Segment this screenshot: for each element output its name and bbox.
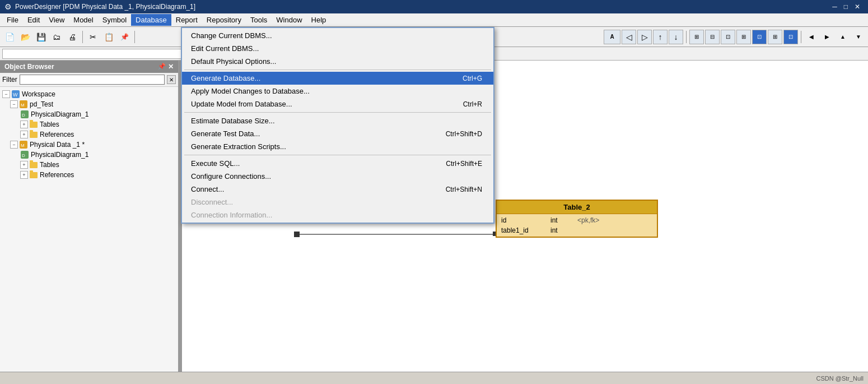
toolbar-paste[interactable]: 📌 — [117, 30, 132, 44]
menu-window[interactable]: Window — [272, 14, 306, 26]
pd-test-expand[interactable]: − — [10, 100, 18, 108]
toolbar-tbl1[interactable]: ⊞ — [689, 30, 704, 44]
menu-item-connection-info: Connection Information... — [182, 209, 493, 221]
toolbar-copy[interactable]: 📋 — [101, 30, 116, 44]
menu-model[interactable]: Model — [69, 14, 97, 26]
menu-item-configure-connections[interactable]: Configure Connections... — [182, 170, 493, 183]
sidebar-pin[interactable]: 📌 — [158, 63, 166, 71]
tree-item-pd-test[interactable]: − M pd_Test — [0, 99, 178, 109]
toolbar-r4[interactable]: ↑ — [653, 30, 668, 44]
toolbar-r3[interactable]: ▷ — [637, 30, 652, 44]
sidebar-close-icon[interactable]: ✕ — [168, 63, 174, 71]
toolbar-r1[interactable]: A — [604, 30, 620, 44]
diagram-table-2[interactable]: Table_2 id int <pk,fk> table1_id int — [496, 200, 658, 238]
references-1-expand[interactable]: + — [20, 131, 28, 138]
toolbar-save-all[interactable]: 🗂 — [49, 30, 64, 44]
title-bar: ⚙ PowerDesigner [PDM Physical Data _1, P… — [0, 0, 868, 13]
tree-item-references-1[interactable]: + References — [0, 129, 178, 140]
menu-item-default-physical[interactable]: Default Physical Options... — [182, 55, 493, 68]
physical-data-expand[interactable]: − — [10, 141, 18, 149]
window-close[interactable]: ✕ — [851, 3, 864, 11]
disconnect-label: Disconnect... — [191, 198, 233, 206]
object-browser-title: Object Browser — [4, 63, 54, 71]
menu-item-estimate-size[interactable]: Estimate Database Size... — [182, 114, 493, 127]
status-bar: CSDN @Str_Null — [0, 372, 868, 384]
menu-help[interactable]: Help — [307, 14, 331, 26]
window-minimize[interactable]: ─ — [829, 3, 841, 11]
menu-item-connect[interactable]: Connect... Ctrl+Shift+N — [182, 183, 493, 196]
menu-report[interactable]: Report — [171, 14, 202, 26]
menu-item-generate-extraction[interactable]: Generate Extraction Scripts... — [182, 140, 493, 153]
toolbar-extra3[interactable]: ▲ — [836, 30, 850, 44]
menu-item-apply-model[interactable]: Apply Model Changes to Database... — [182, 85, 493, 98]
toolbar-tbl4[interactable]: ⊞ — [736, 30, 751, 44]
toolbar-tbl6[interactable]: ⊞ — [768, 30, 782, 44]
object-browser: Object Browser 📌 ✕ Filter ✕ − W Workspac… — [0, 61, 179, 384]
menu-item-edit-dbms[interactable]: Edit Current DBMS... — [182, 42, 493, 55]
menu-item-generate-test[interactable]: Generate Test Data... Ctrl+Shift+D — [182, 127, 493, 140]
toolbar-new[interactable]: 📄 — [2, 30, 17, 44]
connect-label: Connect... — [191, 185, 224, 193]
references-2-expand[interactable]: + — [20, 171, 28, 179]
toolbar-cut[interactable]: ✂ — [86, 30, 100, 44]
toolbar-open[interactable]: 📂 — [18, 30, 32, 44]
filter-clear-button[interactable]: ✕ — [167, 75, 176, 84]
tree-item-physdiag-2[interactable]: D PhysicalDiagram_1 — [0, 150, 178, 160]
tables-2-label: Tables — [40, 161, 59, 169]
tree-item-workspace[interactable]: − W Workspace — [0, 89, 178, 99]
generate-test-label: Generate Test Data... — [191, 129, 260, 138]
toolbar-extra2[interactable]: ▶ — [820, 30, 834, 44]
svg-text:D: D — [22, 153, 25, 158]
configure-connections-label: Configure Connections... — [191, 172, 271, 181]
app-icon: ⚙ — [4, 2, 12, 11]
tables-2-expand[interactable]: + — [20, 161, 28, 169]
update-model-label: Update Model from Database... — [191, 100, 292, 108]
tables-1-label: Tables — [40, 121, 59, 128]
toolbar-extra1[interactable]: ◀ — [804, 30, 819, 44]
menu-file[interactable]: File — [2, 14, 23, 26]
table-2-body: id int <pk,fk> table1_id int — [497, 214, 657, 237]
menu-item-generate-database[interactable]: Generate Database... Ctrl+G — [182, 72, 493, 85]
toolbar-tbl5[interactable]: ⊡ — [752, 30, 767, 44]
toolbar-print[interactable]: 🖨 — [65, 30, 80, 44]
menu-tools[interactable]: Tools — [246, 14, 272, 26]
physical-data-label: Physical Data _1 * — [30, 141, 85, 149]
toolbar-extra4[interactable]: ▼ — [851, 30, 866, 44]
workspace-label: Workspace — [22, 90, 55, 98]
menu-view[interactable]: View — [44, 14, 69, 26]
window-maximize[interactable]: □ — [841, 3, 851, 11]
tree-item-physical-data[interactable]: − M Physical Data _1 * — [0, 140, 178, 150]
toolbar-tbl7[interactable]: ⊡ — [783, 30, 798, 44]
menu-item-execute-sql[interactable]: Execute SQL... Ctrl+Shift+E — [182, 157, 493, 170]
col-id-type: int — [550, 216, 573, 224]
generate-extraction-label: Generate Extraction Scripts... — [191, 142, 286, 151]
tree-item-references-2[interactable]: + References — [0, 170, 178, 180]
toolbar-sep-3 — [686, 31, 687, 43]
menu-item-change-dbms[interactable]: Change Current DBMS... — [182, 29, 493, 42]
toolbar-r5[interactable]: ↓ — [669, 30, 683, 44]
toolbar-tbl3[interactable]: ⊡ — [721, 30, 735, 44]
menu-item-update-model[interactable]: Update Model from Database... Ctrl+R — [182, 98, 493, 110]
execute-sql-label: Execute SQL... — [191, 159, 240, 168]
table-row-table1-id: table1_id int — [497, 225, 657, 235]
toolbar-r2[interactable]: ◁ — [622, 30, 636, 44]
generate-database-shortcut: Ctrl+G — [463, 75, 482, 82]
toolbar-tbl2[interactable]: ⊟ — [705, 30, 720, 44]
object-tree: − W Workspace − M pd_Test D — [0, 87, 178, 384]
workspace-expand[interactable]: − — [2, 90, 10, 98]
tree-item-tables-2[interactable]: + Tables — [0, 160, 178, 170]
svg-text:W: W — [13, 92, 18, 98]
tree-item-physdiag-1[interactable]: D PhysicalDiagram_1 — [0, 109, 178, 119]
tables-1-expand[interactable]: + — [20, 121, 28, 128]
menu-symbol[interactable]: Symbol — [98, 14, 131, 26]
menu-database[interactable]: Database — [131, 14, 171, 26]
menu-repository[interactable]: Repository — [202, 14, 246, 26]
menu-edit[interactable]: Edit — [23, 14, 44, 26]
tree-item-tables-1[interactable]: + Tables — [0, 119, 178, 129]
svg-text:M: M — [21, 143, 25, 148]
apply-model-label: Apply Model Changes to Database... — [191, 87, 310, 95]
filter-input[interactable] — [20, 75, 165, 85]
tables-1-icon — [29, 120, 38, 129]
toolbar-save[interactable]: 💾 — [34, 30, 48, 44]
references-2-label: References — [40, 171, 74, 179]
